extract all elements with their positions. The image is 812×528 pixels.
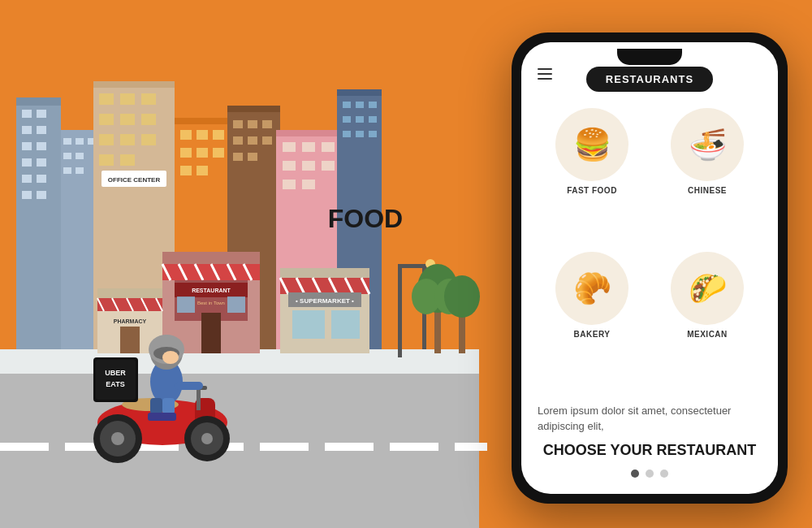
svg-rect-105 xyxy=(201,313,221,353)
svg-rect-27 xyxy=(141,93,156,105)
svg-rect-49 xyxy=(227,106,280,112)
svg-rect-60 xyxy=(283,142,296,152)
fast-food-icon: 🍔 xyxy=(555,108,628,181)
svg-rect-21 xyxy=(63,167,71,174)
svg-rect-43 xyxy=(180,148,192,158)
svg-rect-4 xyxy=(37,110,46,118)
svg-text:OFFICE CENTER: OFFICE CENTER xyxy=(108,176,161,184)
svg-rect-18 xyxy=(88,138,94,145)
svg-rect-116 xyxy=(292,310,325,339)
svg-rect-15 xyxy=(61,130,97,349)
city-scene: OFFICE CENTER xyxy=(0,0,487,528)
svg-rect-86 xyxy=(325,443,374,451)
svg-rect-52 xyxy=(262,120,272,128)
svg-rect-69 xyxy=(337,89,382,96)
svg-rect-100 xyxy=(162,252,260,264)
svg-rect-73 xyxy=(343,116,351,123)
svg-rect-25 xyxy=(99,93,114,105)
svg-rect-6 xyxy=(37,126,46,134)
svg-rect-71 xyxy=(356,102,364,108)
svg-text:PHARMACY: PHARMACY xyxy=(114,318,147,324)
svg-rect-26 xyxy=(120,93,135,105)
svg-rect-113 xyxy=(280,268,369,278)
svg-point-98 xyxy=(444,275,480,318)
dot-2[interactable] xyxy=(646,470,654,478)
category-bakery[interactable]: 🥐 BAKERY xyxy=(541,252,643,383)
svg-rect-72 xyxy=(369,102,377,108)
mexican-icon: 🌮 xyxy=(671,252,744,325)
svg-rect-140 xyxy=(175,382,203,390)
svg-rect-12 xyxy=(37,175,46,183)
chinese-icon: 🍜 xyxy=(671,108,744,181)
svg-rect-144 xyxy=(160,413,176,421)
svg-rect-78 xyxy=(369,131,377,137)
svg-rect-44 xyxy=(197,148,208,158)
svg-rect-106 xyxy=(177,296,195,313)
svg-rect-76 xyxy=(343,131,351,137)
svg-rect-29 xyxy=(120,114,135,125)
bakery-icon: 🥐 xyxy=(555,252,628,325)
svg-rect-20 xyxy=(76,153,84,159)
pagination-dots xyxy=(521,470,778,494)
svg-text:EATS: EATS xyxy=(106,380,124,388)
svg-rect-66 xyxy=(283,180,296,189)
dot-1[interactable] xyxy=(631,470,639,478)
svg-rect-34 xyxy=(99,154,114,166)
svg-point-139 xyxy=(162,351,179,364)
svg-rect-35 xyxy=(120,154,135,166)
svg-rect-50 xyxy=(233,120,243,128)
phone-notch xyxy=(617,49,682,65)
svg-rect-31 xyxy=(99,134,114,145)
svg-rect-63 xyxy=(283,161,296,171)
svg-rect-2 xyxy=(16,97,61,106)
svg-rect-1 xyxy=(16,97,61,349)
svg-rect-56 xyxy=(233,153,243,161)
svg-text:UBER: UBER xyxy=(105,369,126,377)
svg-rect-9 xyxy=(22,158,32,167)
svg-rect-47 xyxy=(197,166,208,175)
svg-rect-141 xyxy=(150,398,162,414)
svg-rect-40 xyxy=(180,130,192,140)
category-fast-food[interactable]: 🍔 FAST FOOD xyxy=(541,108,643,239)
svg-rect-45 xyxy=(213,148,224,158)
fast-food-label: FAST FOOD xyxy=(567,186,617,195)
svg-rect-24 xyxy=(93,81,175,88)
svg-rect-142 xyxy=(162,398,175,414)
svg-rect-81 xyxy=(0,443,49,451)
svg-rect-74 xyxy=(356,116,364,123)
phone-description: Lorem ipsum dolor sit amet, consectetuer… xyxy=(521,396,778,438)
svg-rect-57 xyxy=(248,153,257,161)
svg-rect-54 xyxy=(248,136,257,145)
dot-3[interactable] xyxy=(660,470,668,478)
svg-rect-8 xyxy=(37,142,46,150)
svg-rect-64 xyxy=(302,161,315,171)
svg-rect-17 xyxy=(76,138,84,145)
category-mexican[interactable]: 🌮 MEXICAN xyxy=(656,252,758,383)
svg-rect-109 xyxy=(97,288,162,298)
svg-rect-107 xyxy=(227,296,245,313)
hamburger-menu-icon[interactable] xyxy=(538,68,552,80)
category-chinese[interactable]: 🍜 CHINESE xyxy=(656,108,758,239)
svg-rect-70 xyxy=(343,102,351,108)
svg-rect-30 xyxy=(141,114,156,125)
svg-rect-14 xyxy=(37,191,46,199)
svg-rect-10 xyxy=(37,158,46,167)
svg-text:RESTAURANT: RESTAURANT xyxy=(192,288,231,293)
svg-rect-87 xyxy=(390,443,438,451)
svg-rect-46 xyxy=(180,166,192,175)
restaurants-badge: RESTAURANTS xyxy=(586,67,713,92)
svg-rect-75 xyxy=(369,116,377,123)
phone-mockup: RESTAURANTS 🍔 FAST FOOD 🍜 CHINESE 🥐 BAKE… xyxy=(512,32,788,504)
svg-rect-32 xyxy=(120,134,135,145)
svg-rect-51 xyxy=(248,120,257,128)
svg-rect-13 xyxy=(22,191,32,199)
svg-point-127 xyxy=(201,433,213,444)
food-categories-grid: 🍔 FAST FOOD 🍜 CHINESE 🥐 BAKERY 🌮 MEXICAN xyxy=(521,100,778,396)
svg-rect-7 xyxy=(22,142,32,150)
svg-rect-77 xyxy=(356,131,364,137)
svg-text:• SUPERMARKET •: • SUPERMARKET • xyxy=(296,297,354,305)
svg-rect-85 xyxy=(260,443,309,451)
svg-rect-11 xyxy=(22,175,32,183)
svg-rect-59 xyxy=(276,130,341,136)
svg-rect-67 xyxy=(302,180,315,189)
